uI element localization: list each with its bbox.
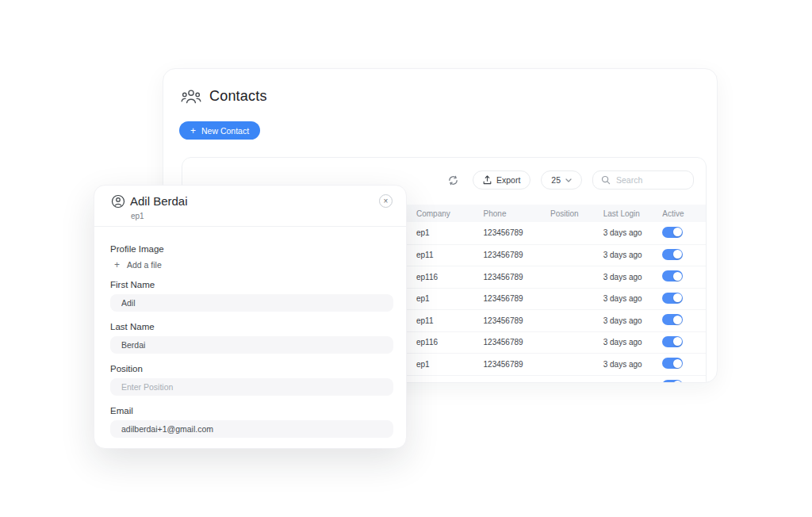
active-toggle[interactable] bbox=[662, 293, 683, 304]
column-header: Active bbox=[662, 209, 706, 218]
active-toggle[interactable] bbox=[662, 270, 683, 281]
contact-edit-panel: Adil Berdai ep1 × Profile Image + Add a … bbox=[94, 185, 407, 449]
form-field: Last Name bbox=[110, 322, 390, 354]
column-header: Phone bbox=[484, 209, 551, 218]
cell-company: ep11 bbox=[416, 381, 484, 383]
field-input[interactable] bbox=[110, 420, 393, 438]
contact-company: ep1 bbox=[131, 212, 144, 220]
cell-active bbox=[662, 336, 706, 349]
active-toggle[interactable] bbox=[662, 336, 683, 347]
add-file-label: Add a file bbox=[127, 260, 162, 270]
cell-last-login: 3 days ago bbox=[603, 360, 663, 369]
export-upload-icon bbox=[483, 175, 492, 185]
add-file-button[interactable]: + Add a file bbox=[110, 259, 390, 270]
cell-active bbox=[662, 227, 706, 239]
new-contact-label: New Contact bbox=[201, 126, 249, 136]
cell-active bbox=[662, 293, 706, 305]
active-toggle[interactable] bbox=[662, 227, 683, 238]
form-field: Email bbox=[110, 406, 390, 438]
page-size-value: 25 bbox=[551, 175, 561, 185]
cell-company: ep116 bbox=[416, 273, 484, 281]
cell-phone: 123456789 bbox=[484, 360, 551, 369]
export-label: Export bbox=[496, 175, 520, 185]
cell-phone: 123456789 bbox=[484, 316, 551, 325]
field-input[interactable] bbox=[110, 336, 393, 354]
cell-active bbox=[662, 249, 706, 262]
page-size-dropdown[interactable]: 25 bbox=[541, 170, 582, 190]
new-contact-button[interactable]: + New Contact bbox=[179, 121, 260, 140]
profile-image-label: Profile Image bbox=[110, 244, 390, 254]
column-header: Company bbox=[416, 209, 484, 218]
form-field: Position bbox=[110, 364, 390, 396]
field-input[interactable] bbox=[110, 294, 393, 312]
field-input[interactable] bbox=[110, 378, 393, 396]
form-fields: First Name Last Name Position Email bbox=[110, 280, 390, 438]
cell-active bbox=[662, 380, 706, 383]
field-label: Email bbox=[110, 406, 390, 416]
cell-active bbox=[662, 358, 706, 370]
cell-company: ep1 bbox=[416, 294, 484, 303]
cell-company: ep1 bbox=[416, 360, 484, 369]
field-label: First Name bbox=[110, 280, 390, 289]
active-toggle[interactable] bbox=[662, 314, 683, 325]
field-label: Position bbox=[110, 364, 390, 373]
export-button[interactable]: Export bbox=[473, 170, 530, 190]
active-toggle[interactable] bbox=[662, 358, 683, 369]
refresh-button[interactable] bbox=[445, 171, 462, 189]
search-input[interactable] bbox=[616, 175, 680, 185]
plus-icon: + bbox=[190, 126, 196, 136]
cell-phone: 123456789 bbox=[484, 338, 551, 347]
close-icon[interactable]: × bbox=[379, 194, 393, 208]
contact-name: Adil Berdai bbox=[130, 194, 188, 208]
search-box[interactable] bbox=[592, 170, 694, 190]
cell-phone: 123456789 bbox=[484, 228, 551, 237]
cell-last-login: 3 days ago bbox=[603, 273, 663, 281]
form-field: First Name bbox=[110, 280, 390, 312]
cell-last-login: 3 days ago bbox=[603, 294, 663, 303]
cell-last-login: 3 days ago bbox=[603, 338, 663, 347]
cell-last-login: 3 days ago bbox=[603, 381, 663, 383]
cell-last-login: 3 days ago bbox=[603, 316, 663, 325]
field-label: Last Name bbox=[110, 322, 390, 331]
active-toggle[interactable] bbox=[662, 249, 683, 260]
cell-company: ep11 bbox=[416, 316, 484, 325]
table-toolbar: Export 25 bbox=[445, 170, 694, 190]
cell-active bbox=[662, 270, 706, 283]
page-title: Contacts bbox=[209, 88, 267, 105]
search-icon bbox=[601, 175, 611, 185]
panel-header: Adil Berdai ep1 × bbox=[94, 186, 406, 227]
cell-last-login: 3 days ago bbox=[603, 228, 663, 237]
cell-phone: 123456789 bbox=[484, 381, 551, 383]
avatar-icon bbox=[111, 194, 125, 209]
panel-body: Profile Image + Add a file First Name La… bbox=[94, 244, 406, 438]
contacts-people-icon bbox=[181, 89, 201, 105]
column-header: Last Login bbox=[603, 209, 663, 218]
active-toggle[interactable] bbox=[662, 380, 683, 383]
refresh-icon bbox=[447, 174, 459, 186]
cell-phone: 123456789 bbox=[484, 273, 551, 281]
cell-company: ep116 bbox=[416, 338, 484, 347]
column-header: Position bbox=[550, 209, 603, 218]
cell-company: ep11 bbox=[416, 251, 484, 259]
plus-icon: + bbox=[114, 260, 120, 270]
cell-company: ep1 bbox=[416, 228, 484, 237]
cell-last-login: 3 days ago bbox=[603, 251, 663, 259]
page-header: Contacts bbox=[181, 88, 267, 105]
cell-phone: 123456789 bbox=[484, 294, 551, 303]
cell-phone: 123456789 bbox=[484, 251, 551, 259]
chevron-down-icon bbox=[565, 178, 572, 182]
cell-active bbox=[662, 314, 706, 327]
